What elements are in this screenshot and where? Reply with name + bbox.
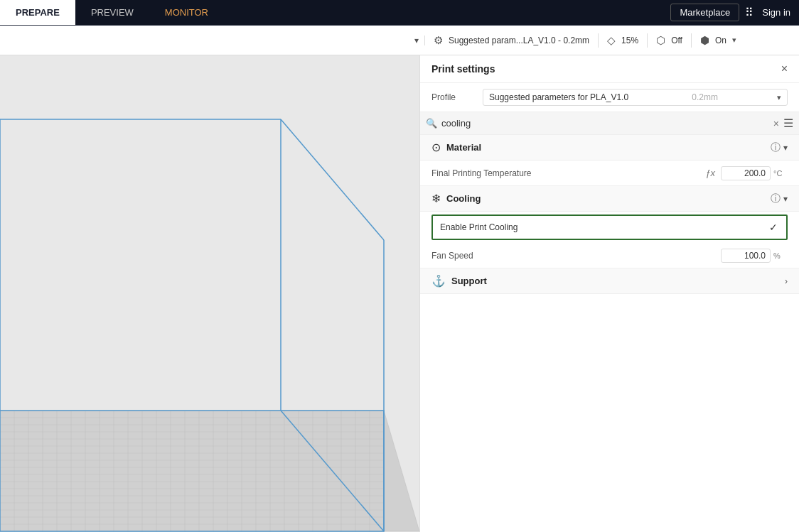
adhesion-icon: ⬢ [700,34,709,47]
param-label: Suggested param...LA_V1.0 - 0.2mm [449,36,589,45]
support-section-title: Support [451,276,785,286]
material-info-button[interactable]: ⓘ [771,141,781,154]
profile-select-dropdown[interactable]: Suggested parameters for PLA_V1.0 0.2mm … [483,89,788,106]
profile-dim: 0.2mm [692,92,718,102]
material-section-title: Material [446,142,771,153]
toolbar-collapse-button[interactable]: ▾ [414,36,419,45]
right-panel: Print settings × Profile Suggested param… [419,55,799,532]
temp-unit: °C [773,169,788,178]
infill-pct: 15% [621,36,638,45]
final-temp-row: Final Printing Temperature ƒx °C [420,161,799,186]
viewport-canvas [0,55,419,532]
profile-row: Profile Suggested parameters for PLA_V1.… [420,83,799,112]
toolbar: ▾ ⚙ Suggested param...LA_V1.0 - 0.2mm ◇ … [0,26,799,55]
final-temp-label: Final Printing Temperature [431,168,705,178]
cooling-icon: ❄ [431,192,441,205]
adhesion-label: On [715,36,726,45]
search-icon: 🔍 [426,118,437,129]
viewport[interactable] [0,55,419,532]
material-toggle-button[interactable]: ▾ [783,143,788,153]
supports-label: Off [671,36,682,45]
enable-print-cooling-checkbox[interactable]: ✓ [768,222,779,233]
search-clear-button[interactable]: × [773,118,779,129]
panel-header: Print settings × [420,55,799,83]
search-input[interactable] [441,118,769,129]
profile-label: Profile [431,92,474,102]
enable-print-cooling-row[interactable]: Enable Print Cooling ✓ [431,215,788,240]
toolbar-dropdown-button[interactable]: ▾ [732,36,736,45]
toolbar-right: ⚙ Suggested param...LA_V1.0 - 0.2mm ◇ 15… [425,33,793,48]
main-content: Print settings × Profile Suggested param… [0,55,799,532]
infill-icon: ◇ [607,34,616,47]
top-navigation: PREPARE PREVIEW MONITOR Marketplace ⠿ Si… [0,0,799,26]
fan-speed-label: Fan Speed [431,251,721,261]
divider-2 [647,33,648,48]
settings-icon: ⚙ [434,34,443,47]
material-section-header[interactable]: ⊙ Material ⓘ ▾ [420,135,799,161]
svg-marker-1 [0,411,419,531]
fan-speed-unit: % [773,251,788,260]
fan-speed-value[interactable] [721,249,771,263]
enable-print-cooling-label: Enable Print Cooling [440,222,768,232]
final-temp-value[interactable] [721,166,771,180]
marketplace-button[interactable]: Marketplace [670,4,739,21]
tab-preview[interactable]: PREVIEW [75,0,149,25]
fan-speed-row: Fan Speed % [420,243,799,268]
signin-button[interactable]: Sign in [762,7,790,18]
profile-arrow-icon: ▾ [777,93,781,102]
panel-title: Print settings [431,63,495,75]
grid-apps-icon[interactable]: ⠿ [745,6,754,19]
search-bar: 🔍 × ☰ [420,112,799,135]
cooling-toggle-button[interactable]: ▾ [783,194,788,204]
support-toggle-button[interactable]: › [785,276,788,286]
cooling-info-button[interactable]: ⓘ [771,192,781,205]
tab-prepare[interactable]: PREPARE [0,0,75,25]
material-icon: ⊙ [431,141,441,154]
support-section-header[interactable]: ⚓ Support › [420,268,799,294]
cooling-section-header[interactable]: ❄ Cooling ⓘ ▾ [420,186,799,212]
formula-icon[interactable]: ƒx [705,168,715,178]
tab-monitor[interactable]: MONITOR [149,0,224,25]
divider-1 [598,33,599,48]
cooling-section-title: Cooling [446,193,771,204]
supports-icon: ⬡ [656,34,665,47]
divider-3 [691,33,692,48]
profile-select-value: Suggested parameters for PLA_V1.0 [489,92,628,102]
support-icon: ⚓ [431,274,446,288]
close-button[interactable]: × [781,63,788,75]
toolbar-left: ▾ [6,36,425,45]
search-menu-button[interactable]: ☰ [783,116,793,130]
